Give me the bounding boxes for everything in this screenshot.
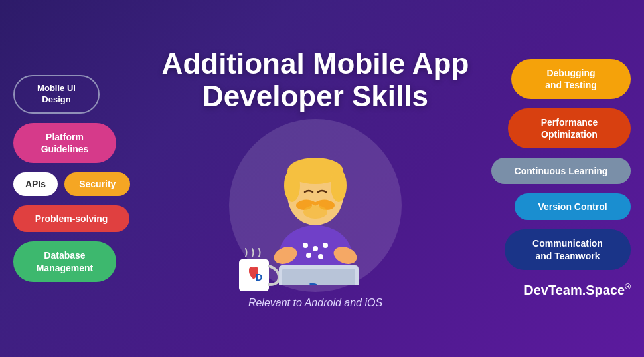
skill-label: Communication and Teamwork [532,237,603,261]
skill-label: Version Control [538,201,607,212]
skill-label: Continuous Learning [515,166,608,176]
skill-label: Mobile UI Design [37,83,76,106]
svg-point-1 [303,243,308,248]
skill-label: APIs [25,179,46,189]
skill-security: Security [64,172,130,196]
center-section: Additional Mobile App Developer Skills [146,0,485,357]
skill-label: Database Management [37,249,94,273]
svg-point-15 [303,205,327,219]
left-skills-panel: Mobile UI Design Platform Guidelines API… [0,62,146,295]
svg-point-3 [323,243,328,248]
skill-continuous-learning: Continuous Learning [491,158,631,184]
skill-label: Problem-solving [35,213,108,224]
main-container: Mobile UI Design Platform Guidelines API… [0,0,644,357]
skill-platform-guidelines: Platform Guidelines [13,123,116,163]
skill-database-management: Database Management [13,241,116,281]
svg-point-5 [318,254,323,259]
subtitle: Relevant to Android and iOS [248,297,382,309]
coffee-mug: D [236,246,279,298]
brand-text: DevTeam.Space® [524,283,631,298]
svg-point-2 [313,246,318,251]
skill-label: Debugging and Testing [545,67,597,91]
skill-label: Security [79,179,116,189]
skill-mobile-ui-design: Mobile UI Design [13,75,100,114]
skill-apis: APIs [13,172,58,196]
skill-version-control: Version Control [515,193,631,220]
skill-performance-optimization: Performance Optimization [508,108,631,148]
skill-communication-teamwork: Communication and Teamwork [505,229,631,269]
svg-point-11 [284,169,300,202]
svg-point-4 [306,253,311,258]
skill-apis-security-row: APIs Security [13,172,146,196]
skill-label: Platform Guidelines [41,131,89,155]
svg-point-12 [331,169,347,202]
circle-background: D D [229,119,402,292]
right-skills-panel: Debugging and Testing Performance Optimi… [485,46,644,312]
svg-text:D: D [309,280,319,285]
main-title: Additional Mobile App Developer Skills [146,48,485,112]
skill-label: Performance Optimization [541,116,598,140]
skill-debugging-testing: Debugging and Testing [511,59,631,99]
skill-problem-solving: Problem-solving [13,205,129,232]
svg-text:D: D [256,272,262,283]
brand-label: DevTeam.Space® [524,283,631,297]
